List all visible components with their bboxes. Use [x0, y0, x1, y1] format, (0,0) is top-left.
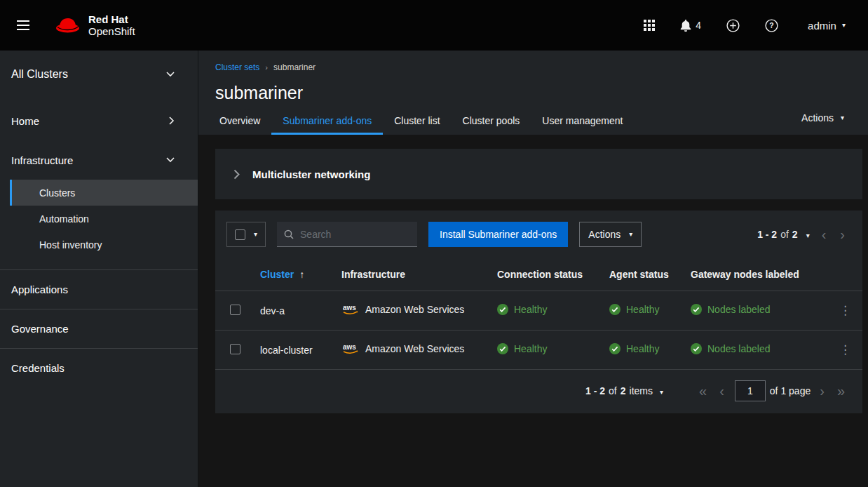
sidebar-item-credentials[interactable]: Credentials	[0, 348, 198, 387]
actions-label: Actions	[801, 112, 834, 124]
aws-icon: aws	[341, 303, 360, 316]
last-page-button[interactable]: »	[831, 382, 851, 399]
first-page-button[interactable]: «	[693, 382, 713, 399]
agent-status-link[interactable]: Healthy	[609, 343, 659, 354]
notifications-button[interactable]: 4	[670, 13, 711, 39]
cluster-name: local-cluster	[255, 331, 336, 370]
sidebar-item-applications[interactable]: Applications	[0, 269, 198, 309]
agent-status-link[interactable]: Healthy	[609, 304, 659, 315]
header-checkbox-cell	[215, 258, 255, 291]
perspective-switcher[interactable]: All Clusters	[0, 53, 198, 95]
next-page-button[interactable]: ›	[813, 382, 831, 399]
sidebar-item-home[interactable]: Home	[0, 101, 198, 140]
bulk-select-checkbox[interactable]	[235, 229, 245, 240]
current-page-input[interactable]	[735, 380, 766, 401]
menu-toggle-button[interactable]	[0, 20, 45, 30]
tab-cluster-list[interactable]: Cluster list	[383, 115, 451, 135]
svg-text:aws: aws	[343, 343, 356, 351]
bulk-select-dropdown[interactable]: ▾	[226, 222, 266, 247]
gateway-nodes-cell: Nodes labeled	[685, 291, 828, 331]
sidebar-item-label: Infrastructure	[11, 154, 73, 166]
prev-page-button[interactable]: ‹	[713, 382, 731, 399]
tab-submariner-add-ons[interactable]: Submariner add-ons	[271, 115, 383, 135]
perspective-label: All Clusters	[11, 68, 68, 81]
breadcrumb-cluster-sets-link[interactable]: Cluster sets	[215, 62, 259, 72]
infrastructure-cell: aws Amazon Web Services	[336, 291, 491, 331]
check-circle-icon	[691, 343, 702, 354]
infrastructure-label: Amazon Web Services	[365, 304, 464, 315]
infrastructure-cell: aws Amazon Web Services	[336, 331, 491, 370]
brand-openshift: OpenShift	[88, 25, 135, 37]
sort-up-icon: ↑	[299, 269, 304, 280]
caret-down-icon: ▾	[841, 114, 844, 121]
connection-status-link[interactable]: Healthy	[497, 343, 547, 354]
gateway-nodes-cell: Nodes labeled	[685, 331, 828, 370]
table-header-row: Cluster ↑ Infrastructure Connection stat…	[215, 258, 862, 291]
aws-icon: aws	[341, 342, 360, 355]
page-header: Cluster sets › submariner submariner Act…	[198, 51, 868, 135]
tab-content: Multicluster networking ▾ Install Submar…	[198, 135, 868, 487]
connection-status-cell: Healthy	[491, 291, 604, 331]
main-content: Cluster sets › submariner submariner Act…	[198, 51, 868, 487]
row-checkbox[interactable]	[230, 305, 240, 315]
pagination-total: 2	[621, 385, 626, 396]
prev-page-button[interactable]: ‹	[815, 226, 833, 243]
gateway-nodes-link[interactable]: Nodes labeled	[691, 304, 771, 315]
page-actions-dropdown[interactable]: Actions ▾	[801, 112, 844, 124]
brand-redhat: Red Hat	[88, 13, 135, 25]
tab-cluster-pools[interactable]: Cluster pools	[452, 115, 531, 135]
column-label: Cluster	[260, 269, 294, 280]
sidebar-item-automation[interactable]: Automation	[0, 206, 198, 232]
svg-text:?: ?	[769, 21, 773, 29]
actions-label: Actions	[588, 229, 621, 240]
sidebar-item-infrastructure[interactable]: Infrastructure	[0, 140, 198, 180]
check-circle-icon	[497, 304, 508, 315]
connection-status-label: Healthy	[514, 343, 547, 354]
column-header-connection-status: Connection status	[491, 258, 604, 291]
per-page-dropdown[interactable]: ▾	[656, 386, 667, 396]
add-resource-button[interactable]	[717, 12, 750, 39]
caret-down-icon: ▾	[629, 231, 632, 238]
row-checkbox[interactable]	[230, 344, 240, 354]
sidebar-item-governance[interactable]: Governance	[0, 309, 198, 348]
row-checkbox-cell	[215, 291, 255, 331]
pagination-items-label: items	[630, 385, 653, 396]
tab-user-management[interactable]: User management	[531, 115, 634, 135]
kebab-menu-button[interactable]: ⋮	[834, 302, 857, 319]
question-circle-icon: ?	[765, 19, 778, 32]
connection-status-cell: Healthy	[491, 331, 604, 370]
sort-by-cluster-button[interactable]: Cluster ↑	[260, 269, 304, 280]
table-actions-dropdown[interactable]: Actions ▾	[579, 222, 642, 247]
caret-down-icon: ▾	[254, 231, 257, 238]
pagination-total: 2	[792, 229, 798, 240]
hamburger-icon	[17, 20, 29, 30]
sidebar-item-label: Automation	[39, 213, 89, 225]
clusters-table: Cluster ↑ Infrastructure Connection stat…	[215, 258, 862, 370]
row-actions-cell: ⋮	[828, 331, 862, 370]
next-page-button[interactable]: ›	[834, 226, 851, 243]
multicluster-networking-expandable[interactable]: Multicluster networking	[215, 149, 862, 199]
infrastructure-value: aws Amazon Web Services	[341, 342, 464, 355]
per-page-dropdown[interactable]: ▾	[802, 229, 814, 240]
redhat-openshift-logo: Red Hat OpenShift	[55, 13, 135, 38]
connection-status-link[interactable]: Healthy	[497, 304, 547, 315]
sidebar-item-clusters[interactable]: Clusters	[10, 180, 198, 206]
tab-overview[interactable]: Overview	[208, 115, 271, 135]
search-input[interactable]	[300, 229, 410, 240]
sidebar-item-host-inventory[interactable]: Host inventory	[0, 232, 198, 258]
user-menu-dropdown[interactable]: admin ▾	[803, 13, 850, 39]
agent-status-cell: Healthy	[604, 291, 685, 331]
expandable-section-title: Multicluster networking	[252, 168, 370, 180]
sidebar-item-label: Governance	[11, 323, 69, 335]
column-header-gateway-nodes: Gateway nodes labeled	[685, 258, 828, 291]
username: admin	[808, 20, 836, 32]
kebab-menu-button[interactable]: ⋮	[834, 341, 857, 359]
app-launcher-button[interactable]	[634, 13, 665, 38]
help-button[interactable]: ?	[755, 12, 788, 39]
chevron-right-icon	[169, 116, 175, 125]
gateway-nodes-label: Nodes labeled	[707, 343, 771, 354]
install-submariner-button[interactable]: Install Submariner add-ons	[428, 222, 568, 247]
gateway-nodes-link[interactable]: Nodes labeled	[691, 343, 771, 354]
table-row: local-cluster aws Amazon Web Services	[215, 331, 862, 370]
pagination-of: of	[780, 229, 789, 240]
